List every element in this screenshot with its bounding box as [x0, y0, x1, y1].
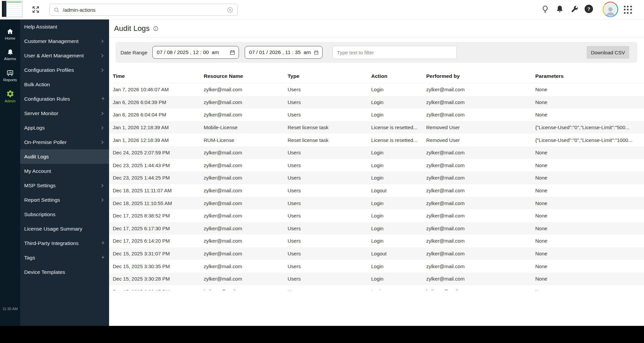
rail-item-alarms[interactable]: Alarms: [0, 44, 20, 65]
avatar[interactable]: [603, 2, 618, 17]
table-row[interactable]: Dec 23, 2025 1:44:43 PMzylker@mail.comUs…: [109, 159, 644, 172]
table-cell: Users: [288, 112, 371, 117]
help-icon[interactable]: ?: [585, 5, 593, 13]
date-to-value[interactable]: 07 / 01 / 2026 , 11 : 35 am: [249, 49, 311, 55]
table-cell: {"License-Used":"0","License-Limit":"100…: [535, 137, 644, 143]
sidebar-item-label: Customer Management: [24, 38, 79, 44]
table-cell: zylker@mail.com: [204, 99, 288, 105]
table-cell: None: [535, 251, 644, 256]
clear-search-icon[interactable]: [227, 7, 233, 13]
table-row[interactable]: Jan 1, 2026 12:18:39 AMMobile-LicenseRes…: [109, 121, 644, 134]
sidebar-item-third-party-integrations[interactable]: Third-Party Integrations+: [20, 236, 109, 250]
sidebar-item-configuration-rules[interactable]: Configuration Rules+: [20, 92, 109, 106]
table-row[interactable]: Jan 6, 2026 6:04:39 PMzylker@mail.comUse…: [109, 96, 644, 109]
rail-item-home[interactable]: Home: [0, 23, 20, 44]
sidebar-item-label: Tags: [24, 255, 35, 261]
table-row[interactable]: Dec 15, 2025 3:31:07 PMzylker@mail.comUs…: [109, 247, 644, 260]
table-row[interactable]: Dec 24, 2025 2:07:59 PMzylker@mail.comUs…: [109, 146, 644, 159]
sidebar-item-user-alert-management[interactable]: User & Alert Management: [20, 48, 109, 63]
date-from-value[interactable]: 07 / 08 / 2025 , 12 : 00 am: [157, 49, 219, 55]
expand-icon[interactable]: [32, 5, 40, 14]
table-cell: zylker@mail.com: [426, 213, 535, 218]
table-cell: Login: [371, 112, 426, 117]
sidebar-item-on-premise-poller[interactable]: On-Premise Poller: [20, 135, 109, 149]
plus-icon: +: [101, 254, 105, 261]
table-cell: Jan 1, 2026 12:18:39 AM: [113, 137, 204, 143]
info-icon[interactable]: [153, 26, 159, 32]
apps-grid-icon[interactable]: [624, 6, 632, 14]
table-row[interactable]: Jan 7, 2026 10:46:07 AMzylker@mail.comUs…: [109, 83, 644, 96]
table-cell: Login: [371, 150, 426, 155]
table-row[interactable]: Jan 6, 2026 6:04:04 PMzylker@mail.comUse…: [109, 108, 644, 121]
calendar-icon[interactable]: [230, 50, 235, 55]
table-cell: zylker@mail.com: [204, 162, 288, 168]
sidebar-item-configuration-profiles[interactable]: Configuration Profiles: [20, 63, 109, 77]
table-header: Time Resource Name Type Action Performed…: [113, 69, 644, 83]
sidebar-item-msp-settings[interactable]: MSP Settings: [20, 178, 109, 193]
filter-input[interactable]: [333, 46, 457, 59]
sidebar-item-label: Subscriptions: [24, 211, 55, 217]
table-row[interactable]: Dec 18, 2025 11:11:07 AMzylker@mail.comU…: [109, 184, 644, 197]
table-cell: zylker@mail.com: [426, 162, 535, 168]
table-cell: None: [535, 175, 644, 181]
chevron-right-icon: [101, 140, 104, 144]
rail-item-admin[interactable]: Admin: [0, 86, 20, 107]
table-cell: Reset license task: [288, 137, 371, 143]
table-cell: Login: [371, 276, 426, 282]
sidebar-item-bulk-action[interactable]: Bulk Action: [20, 77, 109, 92]
nav-rail: Home Alarms Reports Admin 11:35 AM: [0, 19, 20, 326]
table-cell: Users: [288, 87, 371, 92]
column-header-time: Time: [113, 73, 204, 79]
sidebar-item-subscriptions[interactable]: Subscriptions: [20, 207, 109, 222]
calendar-icon[interactable]: [314, 50, 319, 55]
table-row[interactable]: Dec 15, 2025 3:30:17 PMkaliuser@mail.com…: [109, 285, 644, 291]
sidebar-item-my-account[interactable]: My Account: [20, 164, 109, 178]
rail-item-reports[interactable]: Reports: [0, 65, 20, 86]
main-content: Audit Logs Date Range 07 / 08 / 2025 , 1…: [109, 19, 644, 326]
date-range-label: Date Range: [120, 50, 147, 55]
table-row[interactable]: Dec 17, 2025 8:38:52 PMzylker@mail.comUs…: [109, 209, 644, 222]
table-cell: Dec 17, 2025 8:38:52 PM: [113, 213, 204, 218]
bell-icon: [7, 49, 14, 56]
sidebar-item-help-assistant[interactable]: Help Assistant: [20, 19, 109, 34]
sidebar-item-customer-management[interactable]: Customer Management: [20, 34, 109, 48]
sidebar-item-applogs[interactable]: AppLogs: [20, 120, 109, 135]
notification-bell-icon[interactable]: [555, 5, 564, 13]
sidebar-item-server-monitor[interactable]: Server Monitor: [20, 106, 109, 120]
sidebar-item-tags[interactable]: Tags+: [20, 250, 109, 265]
date-from-input[interactable]: 07 / 08 / 2025 , 12 : 00 am: [152, 46, 239, 59]
table-cell: Dec 15, 2025 3:30:35 PM: [113, 263, 204, 269]
sidebar-item-label: Device Templates: [24, 269, 65, 275]
rail-clock: 11:35 AM: [0, 307, 20, 311]
table-row[interactable]: Dec 18, 2025 11:10:55 AMzylker@mail.comU…: [109, 197, 644, 209]
search-input[interactable]: /admin-actions: [63, 7, 96, 13]
table-cell: None: [535, 112, 644, 117]
table-cell: Login: [371, 226, 426, 231]
sidebar-item-report-settings[interactable]: Report Settings: [20, 193, 109, 207]
sidebar-item-device-templates[interactable]: Device Templates: [20, 265, 109, 279]
lightbulb-icon[interactable]: [541, 5, 549, 13]
search-bar[interactable]: /admin-actions: [49, 4, 238, 16]
sidebar-item-license-usage-summary[interactable]: License Usage Summary: [20, 222, 109, 236]
table-cell: None: [535, 99, 644, 105]
plus-icon: +: [101, 239, 105, 246]
table-cell: zylker@mail.com: [426, 200, 535, 206]
table-row[interactable]: Jan 1, 2026 12:18:39 AMRUM-LicenseReset …: [109, 134, 644, 146]
table-row[interactable]: Dec 23, 2025 1:44:25 PMzylker@mail.comUs…: [109, 172, 644, 184]
table-row[interactable]: Dec 17, 2025 6:14:20 PMzylker@mail.comUs…: [109, 235, 644, 247]
thumbnail-content: [6, 1, 22, 17]
download-csv-button[interactable]: Download CSV: [587, 46, 629, 59]
wrench-icon[interactable]: [570, 5, 579, 13]
table-row[interactable]: Dec 15, 2025 3:30:28 PMzylker@mail.comUs…: [109, 273, 644, 285]
rail-item-label: Home: [5, 36, 15, 40]
table-row[interactable]: Dec 17, 2025 6:17:30 PMzylker@mail.comUs…: [109, 222, 644, 235]
session-thumbnail[interactable]: [2, 1, 22, 17]
plus-icon: +: [101, 95, 105, 102]
table-cell: Login: [371, 87, 426, 92]
reports-icon: [6, 69, 14, 77]
table-cell: Mobile-License: [204, 125, 288, 130]
date-to-input[interactable]: 07 / 01 / 2026 , 11 : 35 am: [245, 46, 323, 59]
sidebar-item-audit-logs[interactable]: Audit Logs: [20, 149, 109, 164]
sidebar-menu: Help AssistantCustomer ManagementUser & …: [20, 19, 109, 326]
table-row[interactable]: Dec 15, 2025 3:30:35 PMzylker@mail.comUs…: [109, 260, 644, 273]
